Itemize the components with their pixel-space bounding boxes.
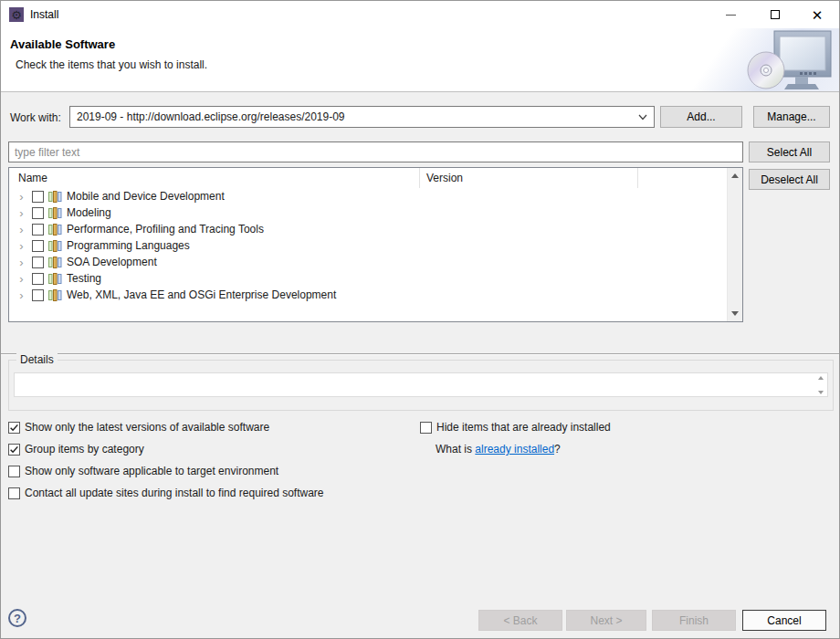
cancel-button[interactable]: Cancel [742,610,826,631]
option-label: Contact all update sites during install … [25,487,324,499]
separator [1,353,839,355]
column-header-version[interactable]: Version [426,172,463,184]
column-divider[interactable] [637,168,638,188]
tree-row[interactable]: ›Modeling [9,204,727,221]
tree-item-label: Performance, Profiling and Tracing Tools [67,223,264,236]
tree-row[interactable]: ›Web, XML, Java EE and OSGi Enterprise D… [9,287,727,303]
checkbox-checked-icon[interactable] [8,444,20,456]
next-button: Next > [566,610,646,631]
column-header-name[interactable]: Name [18,172,47,184]
column-divider[interactable] [419,168,420,188]
tree-rows: ›Mobile and Device Development›Modeling›… [9,188,727,321]
help-icon: ? [14,612,21,625]
expand-chevron-icon[interactable]: › [15,240,28,252]
footer: ? < Back Next > Finish Cancel [1,598,839,638]
expand-chevron-icon[interactable]: › [15,257,28,268]
checkbox-unchecked-icon[interactable] [8,466,20,477]
item-checkbox[interactable] [32,207,44,219]
page-subtitle: Check the items that you wish to install… [16,58,207,71]
details-text-area[interactable] [14,372,828,397]
option-row[interactable]: Hide items that are already installed [420,420,611,435]
tree-item-label: Mobile and Device Development [67,190,225,203]
scroll-down-button[interactable] [728,306,742,321]
work-with-value: 2019-09 - http://download.eclipse.org/re… [77,110,345,123]
already-installed-link[interactable]: already installed [475,443,554,456]
help-button[interactable]: ? [8,609,26,627]
expand-chevron-icon[interactable]: › [15,224,28,236]
deselect-all-button[interactable]: Deselect All [749,169,830,190]
add-button[interactable]: Add... [660,106,742,128]
category-icon [48,240,62,252]
maximize-icon [771,10,780,19]
category-icon [48,273,62,285]
page-title: Available Software [10,37,115,51]
category-icon [48,257,62,268]
dialog-header: Available Software Check the items that … [1,28,839,92]
back-button: < Back [478,610,562,631]
item-checkbox[interactable] [32,191,44,203]
expand-chevron-icon[interactable]: › [15,273,28,285]
details-scroll-arrows[interactable] [816,376,825,394]
expand-chevron-icon[interactable]: › [15,207,28,219]
finish-button: Finish [652,610,736,631]
table-header: Name Version [9,168,727,188]
work-with-combobox[interactable]: 2019-09 - http://download.eclipse.org/re… [69,106,655,128]
category-icon [48,207,62,219]
vertical-scrollbar[interactable] [727,168,742,321]
option-row[interactable]: Show only the latest versions of availab… [8,420,324,435]
checkbox-unchecked-icon[interactable] [8,487,20,499]
tree-row[interactable]: ›Mobile and Device Development [9,188,727,204]
checkbox-unchecked-icon[interactable] [420,422,432,434]
filter-input[interactable] [8,141,743,162]
tree-row[interactable]: ›Performance, Profiling and Tracing Tool… [9,221,727,237]
option-label: Show only software applicable to target … [25,465,278,477]
tree-row[interactable]: ›Testing [9,270,727,287]
maximize-button[interactable] [757,1,793,28]
expand-chevron-icon[interactable]: › [15,191,28,203]
option-row[interactable]: Show only software applicable to target … [8,464,324,478]
options-left: Show only the latest versions of availab… [8,420,324,508]
window-title: Install [30,8,58,21]
arrow-up-icon [818,376,824,380]
option-row[interactable]: Contact all update sites during install … [8,486,324,500]
monitor-disc-image [744,28,835,91]
option-row[interactable]: Group items by category [8,442,324,456]
manage-button[interactable]: Manage... [753,106,830,128]
install-gear-icon: ⚙ [9,7,24,22]
option-label: Hide items that are already installed [436,421,611,434]
checkbox-checked-icon[interactable] [8,422,20,434]
tree-item-label: Testing [67,272,101,285]
tree-item-label: Modeling [67,206,111,219]
question-prefix: What is [436,443,475,456]
item-checkbox[interactable] [32,289,44,301]
item-checkbox[interactable] [32,257,44,268]
tree-row[interactable]: ›Programming Languages [9,237,727,254]
options-right: Hide items that are already installed [420,420,611,442]
titlebar: ⚙ Install ✕ [1,1,839,28]
expand-chevron-icon[interactable]: › [15,289,28,301]
category-icon [48,191,62,203]
chevron-down-icon [638,114,647,120]
scroll-up-button[interactable] [728,168,742,183]
item-checkbox[interactable] [32,240,44,252]
tree-row[interactable]: ›SOA Development [9,254,727,270]
details-group: Details [8,360,834,411]
question-suffix: ? [554,443,561,456]
software-table: Name Version ›Mobile and Device Developm… [8,167,743,322]
tree-item-label: Web, XML, Java EE and OSGi Enterprise De… [67,288,336,301]
tree-item-label: SOA Development [67,256,157,268]
arrow-down-icon [818,391,824,394]
work-with-label: Work with: [10,111,61,124]
option-label: Group items by category [25,443,144,456]
minimize-button[interactable] [712,1,749,28]
minimize-icon [726,15,736,16]
select-all-button[interactable]: Select All [749,141,830,162]
installed-question: What is already installed? [436,443,561,456]
item-checkbox[interactable] [32,224,44,236]
category-icon [48,289,62,301]
category-icon [48,224,62,236]
install-dialog: ⚙ Install ✕ [0,0,840,639]
option-label: Show only the latest versions of availab… [25,421,269,434]
item-checkbox[interactable] [32,273,44,285]
close-button[interactable]: ✕ [799,1,835,28]
